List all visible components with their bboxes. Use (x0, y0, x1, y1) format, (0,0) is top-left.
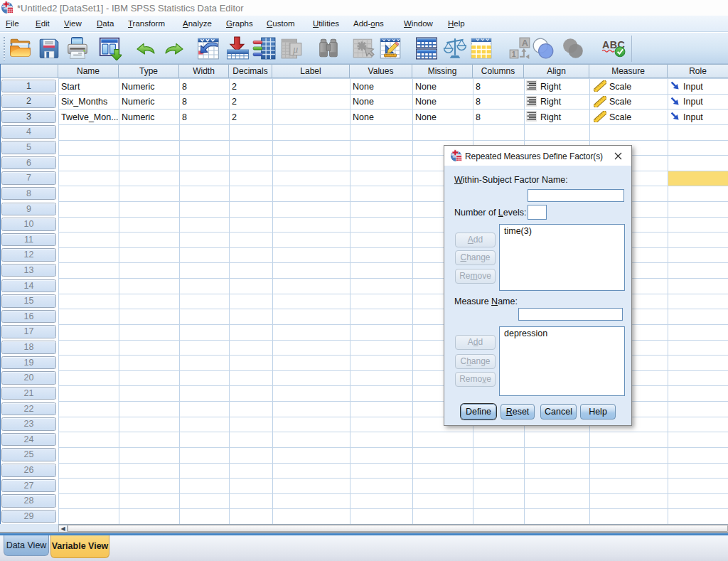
svg-text:μ: μ (292, 44, 298, 55)
svg-text:1: 1 (512, 50, 516, 58)
svg-text:A: A (522, 38, 528, 48)
